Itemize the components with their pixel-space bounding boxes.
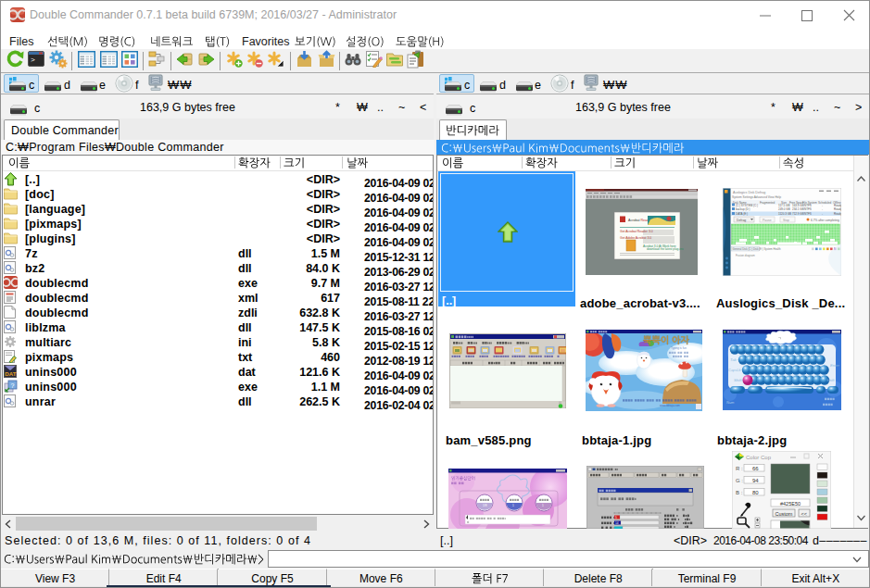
svg-text:80: 80 xyxy=(752,490,759,495)
svg-text:Shift: Shift xyxy=(826,378,835,382)
svg-text:G :: G : xyxy=(736,478,743,483)
svg-text:Scheduled: Scheduled xyxy=(818,201,832,205)
svg-text:-: - xyxy=(822,204,823,207)
svg-text:6.7% after completing: 6.7% after completing xyxy=(811,219,839,222)
svg-text:Tab: Tab xyxy=(730,357,738,362)
svg-text:Fragmented: Fragmented xyxy=(760,201,775,205)
svg-text:CapsLk: CapsLk xyxy=(728,368,742,372)
svg-text:www.bbtaja.com: www.bbtaja.com xyxy=(660,404,680,407)
svg-text:NTFS: NTFS xyxy=(804,207,812,211)
svg-text:5: 5 xyxy=(615,516,617,519)
svg-text:Num: Num xyxy=(726,400,735,405)
svg-text:14: 14 xyxy=(615,521,619,525)
svg-text:66: 66 xyxy=(752,466,759,471)
svg-text:1/8: 1/8 xyxy=(483,504,487,507)
svg-text:Ready: Ready xyxy=(834,207,841,211)
svg-text:>: > xyxy=(31,56,35,64)
svg-text:<<: << xyxy=(801,511,807,517)
svg-text:backup (D:): backup (D:) xyxy=(736,207,750,211)
svg-text:Shift: Shift xyxy=(734,378,742,382)
svg-text:249.0 GB: 249.0 GB xyxy=(778,207,790,211)
svg-text:-: - xyxy=(822,207,823,211)
svg-text:Auslogics Disk Defrag: Auslogics Disk Defrag xyxy=(733,191,765,194)
svg-text:1120.3 GB: 1120.3 GB xyxy=(778,212,791,216)
svg-text:(C:) SYSTEM (C:): (C:) SYSTEM (C:) xyxy=(736,204,758,207)
svg-text:Color Cop: Color Cop xyxy=(746,455,772,460)
svg-text:NTFS: NTFS xyxy=(804,204,812,207)
svg-text:1: 1 xyxy=(542,504,544,507)
svg-text:R :: R : xyxy=(736,466,743,471)
svg-text:1: 1 xyxy=(512,504,514,507)
svg-text:Enter: Enter xyxy=(830,363,840,368)
svg-text:Stop: Stop xyxy=(783,219,789,222)
svg-text:B :: B : xyxy=(736,490,743,495)
svg-text:General Disk (C:) Disk (E:): General Disk (C:) Disk (E:) System Healt… xyxy=(733,247,782,251)
svg-text:DAT: DAT xyxy=(5,370,16,377)
svg-text:Fusion diagram: Fusion diagram xyxy=(736,254,755,257)
svg-text:Defrag: Defrag xyxy=(737,219,746,222)
svg-text:Ready: Ready xyxy=(834,204,841,207)
svg-text:Ready: Ready xyxy=(834,212,841,216)
svg-text:Typing is fun: Typing is fun xyxy=(671,346,687,350)
svg-text:234.1 GB: 234.1 GB xyxy=(792,207,804,211)
svg-text:NTFS: NTFS xyxy=(804,212,812,216)
svg-text:?: ? xyxy=(11,382,15,389)
svg-text:#425E50: #425E50 xyxy=(780,501,801,507)
svg-text:System Settings Advanced: System Settings Advanced View Help xyxy=(732,195,781,199)
svg-text:Pause: Pause xyxy=(763,219,772,222)
svg-text:download the latest plug-ins: download the latest plug-ins xyxy=(647,247,684,251)
svg-text:94: 94 xyxy=(752,478,759,483)
svg-text:712.9 GB: 712.9 GB xyxy=(792,212,804,216)
svg-text:DATA (E:): DATA (E:) xyxy=(736,212,748,216)
svg-text:Custom: Custom xyxy=(775,511,793,517)
svg-text:163.9 GB: 163.9 GB xyxy=(792,204,804,207)
svg-text:117.5 GB: 117.5 GB xyxy=(778,204,789,207)
svg-text:-: - xyxy=(822,212,823,216)
